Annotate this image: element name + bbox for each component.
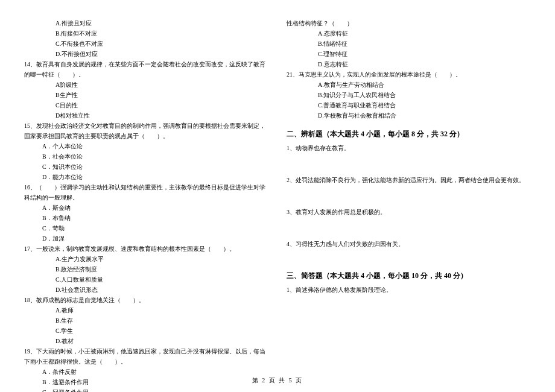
q19-opt-a: A．条件反射 bbox=[24, 367, 268, 377]
s2-q2: 2、处罚法能消除不良行为，强化法能培养新的适应行为。因此，两者结合使用会更有效。 bbox=[287, 175, 531, 185]
q21-opt-a: A.教育与生产劳动相结合 bbox=[287, 80, 531, 90]
q15-opt-b: B．社会本位论 bbox=[24, 151, 268, 162]
s2-q3: 3、教育对人发展的作用总是积极的。 bbox=[287, 207, 531, 217]
q13-opt-c: C.不衔接也不对应 bbox=[24, 39, 268, 49]
q13-opt-d: D.不衔接但对应 bbox=[24, 49, 268, 59]
q16-opt-d: D．加涅 bbox=[24, 233, 268, 244]
section2-title: 二、辨析题（本大题共 4 小题，每小题 8 分，共 32 分） bbox=[287, 129, 531, 139]
q15-opt-c: C．知识本位论 bbox=[24, 162, 268, 172]
q21-stem: 21、马克思主义认为，实现人的全面发展的根本途径是（ ）。 bbox=[287, 69, 531, 80]
q20-stem-cont: 性格结构特征？（ ） bbox=[287, 18, 531, 28]
q17-opt-c: C.人口数量和质量 bbox=[24, 274, 268, 285]
q15-opt-a: A．个人本位论 bbox=[24, 141, 268, 151]
q21-opt-c: C.普通教育与职业教育相结合 bbox=[287, 100, 531, 110]
q14-opt-b: B生产性 bbox=[24, 90, 268, 100]
page-container: A.衔接且对应 B.衔接但不对应 C.不衔接也不对应 D.不衔接但对应 14、教… bbox=[0, 0, 555, 392]
q20-opt-a: A.态度特征 bbox=[287, 28, 531, 39]
s2-q1: 1、动物界也存在教育。 bbox=[287, 143, 531, 153]
right-column: 性格结构特征？（ ） A.态度特征 B.情绪特征 C.理智特征 D.意志特征 2… bbox=[287, 18, 531, 392]
left-column: A.衔接且对应 B.衔接但不对应 C.不衔接也不对应 D.不衔接但对应 14、教… bbox=[24, 18, 268, 392]
q18-opt-c: C.学生 bbox=[24, 326, 268, 336]
section3-title: 三、简答题（本大题共 4 小题，每小题 10 分，共 40 分） bbox=[287, 271, 531, 281]
q15-stem: 15、发现社会政治经济文化对教育目的的制约作用，强调教育目的要根据社会需要来制定… bbox=[24, 121, 268, 141]
s3-q1: 1、简述弗洛伊德的人格发展阶段理论。 bbox=[287, 285, 531, 295]
q18-stem: 18、教师成熟的标志是自觉地关注（ ）。 bbox=[24, 295, 268, 305]
q18-opt-d: D.教材 bbox=[24, 336, 268, 346]
page-footer: 第 2 页 共 5 页 bbox=[0, 376, 555, 385]
q19-opt-c: C．回避条件作用 bbox=[24, 387, 268, 392]
q21-opt-d: D.学校教育与社会教育相结合 bbox=[287, 110, 531, 121]
q20-opt-b: B.情绪特征 bbox=[287, 39, 531, 49]
q13-opt-a: A.衔接且对应 bbox=[24, 18, 268, 28]
q14-opt-a: A阶级性 bbox=[24, 80, 268, 90]
q13-opt-b: B.衔接但不对应 bbox=[24, 28, 268, 39]
q14-stem: 14、教育具有自身发展的规律，在某些方面不一定会随着社会的改变而改变，这反映了教… bbox=[24, 59, 268, 80]
q17-opt-b: B.政治经济制度 bbox=[24, 264, 268, 274]
q20-opt-d: D.意志特征 bbox=[287, 59, 531, 69]
q18-opt-a: A.教师 bbox=[24, 305, 268, 315]
q14-opt-c: C目的性 bbox=[24, 100, 268, 110]
q16-opt-b: B．布鲁纳 bbox=[24, 213, 268, 223]
q16-stem: 16、（ ）强调学习的主动性和认知结构的重要性，主张教学的最终目标是促进学生对学… bbox=[24, 182, 268, 203]
q21-opt-b: B.知识分子与工人农民相结合 bbox=[287, 90, 531, 100]
q18-opt-b: B.生存 bbox=[24, 315, 268, 326]
q16-opt-a: A．斯金纳 bbox=[24, 203, 268, 213]
q17-stem: 17、一般说来，制约教育发展规模、速度和教育结构的根本性因素是（ ）。 bbox=[24, 244, 268, 254]
q17-opt-a: A.生产力发展水平 bbox=[24, 254, 268, 264]
s2-q4: 4、习得性无力感与人们对失败的归因有关。 bbox=[287, 239, 531, 249]
q17-opt-d: D.社会意识形态 bbox=[24, 285, 268, 295]
q14-opt-d: D相对独立性 bbox=[24, 110, 268, 121]
q16-opt-c: C．苛勒 bbox=[24, 223, 268, 233]
q20-opt-c: C.理智特征 bbox=[287, 49, 531, 59]
q15-opt-d: D．能力本位论 bbox=[24, 172, 268, 182]
q19-stem: 19、下大雨的时候，小王被雨淋到，他迅速跑回家，发现自己并没有淋得很湿。以后，每… bbox=[24, 346, 268, 367]
